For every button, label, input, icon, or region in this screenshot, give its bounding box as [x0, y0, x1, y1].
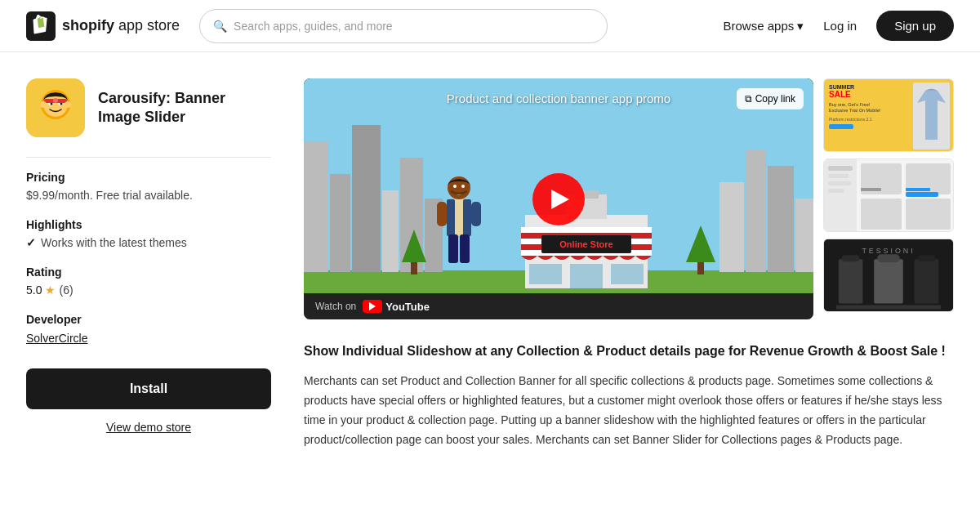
rating-label: Rating	[26, 266, 271, 279]
sidebar-divider	[26, 157, 271, 158]
pricing-section: Pricing $9.99/month. Free trial availabl…	[26, 171, 271, 202]
description-heading: Show Individual Slideshow at any Collect…	[304, 342, 954, 360]
svg-rect-31	[437, 202, 447, 226]
app-header: Carousify: Banner Image Slider	[26, 78, 271, 137]
youtube-label: YouTube	[385, 301, 430, 313]
logo: shopify app store	[26, 11, 180, 41]
developer-label: Developer	[26, 313, 271, 326]
svg-point-11	[65, 101, 71, 108]
header: shopify app store 🔍 Browse apps ▾ Log in…	[0, 0, 980, 52]
sidebar: Carousify: Banner Image Slider Pricing $…	[26, 78, 271, 450]
thumbnail-1[interactable]: SUMMER SALE	[823, 78, 954, 152]
developer-link[interactable]: SolverCircle	[26, 332, 87, 345]
search-bar[interactable]: 🔍	[199, 9, 608, 43]
building-4	[382, 190, 399, 272]
svg-rect-51	[839, 259, 863, 303]
youtube-logo: YouTube	[363, 300, 430, 313]
svg-rect-27	[447, 199, 455, 236]
search-icon: 🔍	[213, 20, 227, 33]
thumbnail-2[interactable]	[823, 158, 954, 232]
summer-text: SUMMER	[829, 84, 854, 90]
pricing-value: $9.99/month. Free trial available.	[26, 189, 271, 202]
pricing-label: Pricing	[26, 171, 271, 184]
sale-text: SALE	[829, 90, 854, 99]
shopify-logo-icon	[26, 11, 56, 41]
svg-rect-53	[874, 259, 903, 303]
svg-rect-14	[521, 227, 652, 233]
svg-point-33	[453, 185, 457, 188]
building-r2	[746, 149, 766, 272]
play-button[interactable]	[532, 173, 585, 225]
svg-rect-38	[828, 166, 853, 171]
rating-value: 5.0	[26, 283, 42, 297]
browse-apps-button[interactable]: Browse apps ▾	[724, 19, 804, 33]
logo-text: shopify app store	[62, 17, 180, 34]
cta-button-thumb	[829, 124, 853, 129]
media-row: Online Store	[304, 78, 954, 319]
buildings-right	[719, 149, 813, 272]
view-demo-link[interactable]: View demo store	[26, 421, 271, 434]
nav-right: Browse apps ▾ Log in Sign up	[724, 11, 954, 41]
copy-link-button[interactable]: ⧉ Copy link	[737, 88, 804, 109]
svg-rect-57	[836, 306, 941, 310]
search-input[interactable]	[234, 20, 594, 33]
svg-rect-40	[828, 181, 851, 185]
building-r4	[795, 199, 813, 272]
video-container[interactable]: Online Store	[304, 78, 813, 319]
play-triangle-icon	[551, 190, 569, 209]
svg-rect-32	[471, 202, 481, 226]
building-3	[352, 125, 381, 272]
login-button[interactable]: Log in	[823, 19, 857, 33]
building-1	[304, 141, 328, 272]
signup-button[interactable]: Sign up	[876, 11, 954, 41]
app-icon	[26, 78, 85, 137]
svg-rect-28	[463, 199, 471, 236]
copy-icon: ⧉	[745, 93, 752, 105]
developer-section: Developer SolverCircle	[26, 313, 271, 346]
building-2	[330, 174, 350, 272]
thumbnail-3[interactable]: TESSIONI	[823, 239, 954, 312]
highlight-text: Works with the latest themes	[41, 236, 187, 249]
svg-rect-45	[906, 199, 951, 230]
app-icon-svg	[26, 78, 85, 137]
highlights-label: Highlights	[26, 218, 271, 231]
building-r1	[719, 182, 744, 272]
main-content: Carousify: Banner Image Slider Pricing $…	[0, 52, 980, 476]
svg-rect-19	[611, 264, 644, 284]
check-icon: ✓	[26, 236, 36, 249]
summer-sale-row: SUMMER SALE	[829, 84, 948, 99]
svg-rect-17	[570, 264, 603, 288]
svg-rect-48	[906, 192, 938, 197]
svg-rect-54	[877, 254, 900, 262]
svg-rect-47	[906, 188, 930, 191]
thumbnails-panel: SUMMER SALE	[823, 78, 954, 319]
star-icon: ★	[45, 283, 56, 297]
svg-point-10	[40, 101, 47, 108]
tree-right	[686, 225, 715, 274]
install-button[interactable]: Install	[26, 368, 271, 409]
rating-section: Rating 5.0 ★ (6)	[26, 266, 271, 297]
highlights-section: Highlights ✓ Works with the latest theme…	[26, 218, 271, 249]
tree-left	[402, 230, 426, 274]
rating-count: (6)	[59, 283, 73, 297]
chevron-down-icon: ▾	[797, 19, 804, 33]
svg-rect-29	[448, 234, 458, 263]
product-image	[913, 83, 950, 149]
building-r3	[768, 166, 794, 272]
svg-rect-56	[918, 255, 936, 261]
svg-rect-41	[828, 189, 844, 193]
svg-text:Online Store: Online Store	[559, 239, 612, 249]
svg-rect-30	[460, 234, 470, 263]
svg-rect-52	[842, 255, 860, 261]
content-area: Online Store	[304, 78, 954, 450]
svg-rect-39	[828, 174, 849, 178]
svg-text:TESSIONI: TESSIONI	[862, 247, 915, 255]
youtube-bar: Watch on YouTube	[304, 293, 813, 319]
svg-rect-55	[915, 259, 939, 303]
svg-rect-46	[861, 188, 881, 191]
svg-point-9	[53, 98, 58, 103]
svg-point-34	[461, 185, 465, 188]
thumb-3-inner: TESSIONI	[824, 239, 953, 311]
youtube-icon	[363, 300, 382, 313]
rating-row: 5.0 ★ (6)	[26, 283, 271, 297]
